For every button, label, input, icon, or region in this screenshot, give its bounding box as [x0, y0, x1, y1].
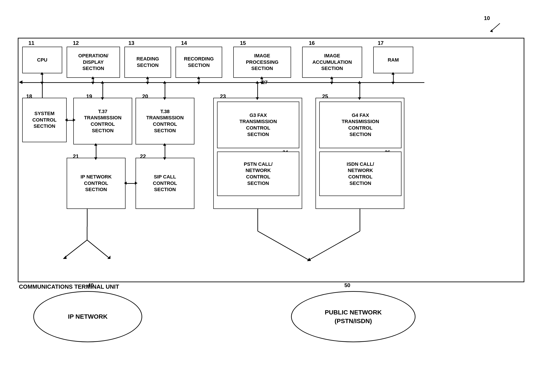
g4-fax-label: G4 FAX TRANSMISSION CONTROL SECTION [342, 112, 379, 138]
g3-arrow-down [256, 97, 259, 100]
t38-sip-arrow-down [163, 157, 166, 160]
t38-block: T.38 TRANSMISSION CONTROL SECTION [136, 98, 194, 144]
g4-arrow-down [358, 97, 361, 100]
image-processing-label: IMAGE PROCESSING SECTION [246, 53, 279, 72]
ram-block: RAM [373, 47, 413, 73]
syscontrol-hline-arrow-left [65, 118, 68, 122]
isdn-call-block: ISDN CALL/ NETWORK CONTROL SECTION [319, 151, 402, 196]
g4-arrow-up [358, 81, 361, 83]
g3-arrow-up [256, 81, 259, 83]
sip-call-control-label: SIP CALL CONTROL SECTION [153, 174, 177, 193]
recording-arrow-down [197, 82, 200, 84]
t37-block: T.37 TRANSMISSION CONTROL SECTION [73, 98, 132, 144]
opdisplay-arrow-down [91, 82, 95, 84]
t38-label: T.38 TRANSMISSION CONTROL SECTION [146, 109, 184, 134]
t37-ipnet-arrow-up [94, 143, 97, 146]
t37-arrow-up [101, 81, 104, 83]
t37-arrow-down [101, 97, 104, 100]
ip-network-control-block: IP NETWORK CONTROL SECTION [67, 158, 125, 209]
reading-label: READING SECTION [137, 56, 159, 69]
imgaccum-arrow-down [330, 82, 333, 84]
t37-label: T.37 TRANSMISSION CONTROL SECTION [84, 109, 122, 134]
cpu-vline [42, 73, 43, 83]
cpu-arrow-up [41, 72, 44, 75]
ipnet-sip-arrow-right [135, 182, 137, 185]
ref-40: 40 [88, 282, 94, 289]
t38-bus-vline [165, 82, 165, 98]
system-control-block: SYSTEM CONTROL SECTION [22, 98, 67, 142]
imgproc-arrow-down [260, 82, 263, 84]
t38-sip-vline [165, 144, 165, 158]
recording-label: RECORDING SECTION [184, 56, 214, 69]
ip-network-lines-svg [35, 227, 169, 287]
ipnet-sip-hline [125, 183, 136, 184]
imgproc-arrow-up [260, 76, 263, 79]
syscontrol-bus-vline [42, 82, 43, 98]
recording-arrow-up [197, 76, 200, 79]
isdn-call-label: ISDN CALL/ NETWORK CONTROL SECTION [347, 161, 374, 186]
svg-marker-5 [63, 255, 67, 259]
operation-display-label: OPERATION/ DISPLAY SECTION [78, 53, 108, 72]
image-processing-block: IMAGE PROCESSING SECTION [233, 47, 291, 78]
g4-fax-block: G4 FAX TRANSMISSION CONTROL SECTION [319, 102, 402, 148]
svg-line-4 [87, 240, 109, 258]
sip-call-control-block: SIP CALL CONTROL SECTION [136, 158, 194, 209]
ref-50: 50 [344, 282, 350, 289]
arrow-10-svg [484, 22, 502, 33]
t37-ipnet-arrow-down [94, 157, 97, 160]
pstn-call-label: PSTN CALL/ NETWORK CONTROL SECTION [244, 161, 273, 186]
image-accumulation-label: IMAGE ACCUMULATION SECTION [312, 53, 352, 72]
t38-sip-arrow-up [163, 143, 166, 146]
ref-17: 17 [378, 40, 384, 46]
ref-13: 13 [128, 40, 134, 46]
public-network-ellipse: PUBLIC NETWORK (PSTN/ISDN) [291, 291, 416, 342]
public-network-label: PUBLIC NETWORK (PSTN/ISDN) [325, 308, 382, 325]
g3-fax-block: G3 FAX TRANSMISSION CONTROL SECTION [217, 102, 299, 148]
g4-bus-vline [360, 82, 360, 98]
ip-network-label: IP NETWORK [68, 312, 108, 321]
ref-10: 10 [484, 15, 490, 21]
diagram-container: 10 COMMUNICATIONS TERMINAL UNIT 11 CPU 1… [13, 13, 533, 387]
ip-network-ellipse: IP NETWORK [33, 291, 142, 342]
ref-16: 16 [309, 40, 315, 46]
bus-line [22, 82, 424, 83]
ipnet-down-vline1 [87, 209, 88, 227]
system-control-label: SYSTEM CONTROL SECTION [32, 110, 57, 130]
t37-ipnet-vline [96, 144, 96, 158]
ram-arrow-down [391, 82, 395, 84]
ref-11: 11 [28, 40, 34, 46]
g3-group-block: G3 FAX TRANSMISSION CONTROL SECTION 24 P… [213, 98, 302, 209]
cpu-label: CPU [37, 57, 47, 63]
ref-15: 15 [240, 40, 246, 46]
recording-block: RECORDING SECTION [176, 47, 222, 78]
g3-fax-label: G3 FAX TRANSMISSION CONTROL SECTION [239, 112, 277, 138]
cpu-block: CPU [22, 47, 62, 73]
reading-arrow-up [146, 76, 149, 79]
ipnet-sip-arrow-left [124, 182, 127, 185]
image-accumulation-block: IMAGE ACCUMULATION SECTION [302, 47, 362, 78]
ip-network-control-label: IP NETWORK CONTROL SECTION [80, 174, 111, 193]
bus-arrow-left [19, 80, 22, 84]
svg-line-9 [258, 231, 309, 260]
ram-vline [393, 73, 394, 83]
operation-display-block: OPERATION/ DISPLAY SECTION [67, 47, 120, 78]
public-network-lines-svg [213, 209, 413, 293]
ram-arrow-up [391, 72, 395, 75]
t38-arrow-up [163, 81, 166, 83]
ram-label: RAM [388, 57, 399, 63]
t38-arrow-down [163, 97, 166, 100]
reading-arrow-down [146, 82, 149, 84]
svg-line-10 [309, 231, 360, 260]
syscontrol-hline-arrow-right [73, 118, 75, 122]
ref-14: 14 [181, 40, 187, 46]
t37-bus-vline [103, 82, 103, 98]
g3-bus-vline [257, 82, 258, 98]
reading-block: READING SECTION [124, 47, 171, 78]
ref-12: 12 [73, 40, 79, 46]
g4-group-block: G4 FAX TRANSMISSION CONTROL SECTION 26 I… [315, 98, 404, 209]
opdisplay-arrow-up [91, 76, 95, 79]
pstn-call-block: PSTN CALL/ NETWORK CONTROL SECTION [217, 151, 299, 196]
imgaccum-arrow-up [330, 76, 333, 79]
svg-line-0 [491, 23, 500, 31]
svg-line-3 [64, 240, 87, 258]
